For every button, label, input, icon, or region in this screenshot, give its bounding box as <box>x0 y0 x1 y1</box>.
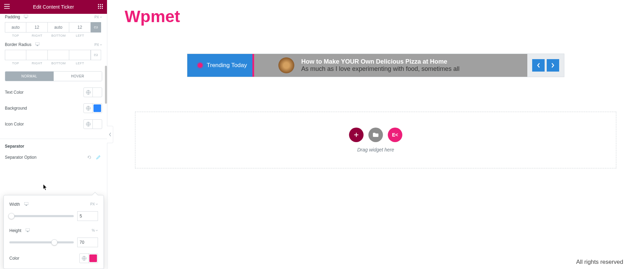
border-radius-sub-labels: TOP RIGHT BOTTOM LEFT <box>5 62 102 65</box>
width-label: Width <box>9 201 28 207</box>
scrollbar[interactable] <box>105 66 107 104</box>
separator-color-control <box>79 253 98 263</box>
ticker-prev-button[interactable] <box>532 59 545 72</box>
undo-icon[interactable] <box>86 154 93 161</box>
text-color-control <box>83 87 102 97</box>
svg-rect-16 <box>24 202 28 205</box>
svg-rect-0 <box>98 4 99 5</box>
svg-rect-8 <box>102 8 103 9</box>
background-label: Background <box>5 106 27 111</box>
border-radius-left-input[interactable] <box>69 50 91 60</box>
height-label: Height <box>9 227 30 233</box>
drop-hint: Drag widget here <box>357 147 394 152</box>
collapse-sidebar-button[interactable] <box>107 126 113 143</box>
svg-rect-9 <box>24 15 28 17</box>
svg-rect-10 <box>25 18 27 18</box>
svg-rect-12 <box>37 45 38 46</box>
svg-rect-3 <box>98 6 99 7</box>
padding-control: Padding PX <box>5 15 102 19</box>
text-color-row: Text Color <box>5 87 102 97</box>
width-slider-wrap <box>9 211 98 221</box>
width-slider-thumb[interactable] <box>8 213 15 219</box>
canvas: Wpmet Trending Today How to Make YOUR Ow… <box>107 0 644 269</box>
separator-popover: Width PX Height % Color <box>3 195 104 269</box>
icon-color-label: Icon Color <box>5 122 24 127</box>
content-ticker[interactable]: Trending Today How to Make YOUR Own Deli… <box>187 54 564 77</box>
height-slider[interactable] <box>9 241 74 243</box>
height-unit[interactable]: % <box>92 229 98 232</box>
template-library-button[interactable] <box>368 128 383 142</box>
live-dot-icon <box>198 63 203 68</box>
border-radius-label: Border Radius <box>5 42 39 47</box>
ticker-next-button[interactable] <box>547 59 559 72</box>
drop-zone[interactable]: E< Drag widget here <box>135 112 616 168</box>
desktop-icon[interactable] <box>24 201 28 207</box>
padding-bottom-input[interactable] <box>48 22 69 33</box>
border-radius-unit[interactable]: PX <box>95 43 102 47</box>
ticker-thumbnail <box>278 57 294 73</box>
separator-color-swatch[interactable] <box>89 254 97 262</box>
width-row: Width PX <box>9 201 98 207</box>
header-title: Edit Content Ticker <box>33 4 74 10</box>
icon-color-swatch[interactable] <box>93 120 102 129</box>
padding-label: Padding <box>5 15 28 19</box>
width-unit[interactable]: PX <box>90 202 98 206</box>
svg-rect-11 <box>35 43 39 45</box>
height-slider-thumb[interactable] <box>51 239 57 245</box>
edit-icon[interactable] <box>95 154 102 161</box>
border-radius-right-input[interactable] <box>26 50 48 60</box>
ticker-text: How to Make YOUR Own Delicious Pizza at … <box>301 58 459 73</box>
padding-right-input[interactable] <box>26 22 48 33</box>
background-row: Background <box>5 103 102 113</box>
tab-hover[interactable]: HOVER <box>54 72 102 81</box>
tab-normal[interactable]: NORMAL <box>5 72 54 81</box>
separator-option-label: Separator Option <box>5 155 36 160</box>
height-row: Height % <box>9 227 98 233</box>
state-tabs: NORMAL HOVER <box>5 71 102 81</box>
ticker-badge: Trending Today <box>187 54 252 77</box>
border-radius-bottom-input[interactable] <box>48 50 69 60</box>
svg-rect-2 <box>102 4 103 5</box>
background-swatch[interactable] <box>93 104 101 112</box>
svg-rect-7 <box>100 8 101 9</box>
globe-icon[interactable] <box>84 104 93 113</box>
separator-option-row: Separator Option <box>5 154 102 161</box>
icon-color-control <box>83 119 102 129</box>
icon-color-row: Icon Color <box>5 119 102 129</box>
desktop-icon[interactable] <box>24 15 28 19</box>
background-control <box>83 103 102 113</box>
hamburger-icon[interactable] <box>4 4 10 10</box>
badge-text: Trending Today <box>207 62 247 69</box>
padding-left-input[interactable] <box>69 22 91 33</box>
desktop-icon[interactable] <box>26 227 30 233</box>
padding-unit[interactable]: PX <box>95 15 102 19</box>
ticker-body: How to Make YOUR Own Delicious Pizza at … <box>254 54 527 77</box>
text-color-swatch[interactable] <box>93 88 102 97</box>
svg-rect-5 <box>102 6 103 7</box>
sidebar-header: Edit Content Ticker <box>0 0 107 14</box>
border-radius-top-input[interactable] <box>5 50 26 60</box>
padding-sub-labels: TOP RIGHT BOTTOM LEFT <box>5 34 102 37</box>
border-radius-control: Border Radius PX <box>5 42 102 47</box>
ticker-subtitle: As much as I love experimenting with foo… <box>301 65 459 73</box>
globe-icon[interactable] <box>80 254 89 263</box>
globe-icon[interactable] <box>84 120 93 129</box>
border-radius-inputs <box>5 50 102 60</box>
desktop-icon[interactable] <box>35 42 39 47</box>
height-input[interactable] <box>77 238 98 247</box>
add-section-button[interactable] <box>349 128 364 142</box>
footer-text: All rights reserved <box>576 259 623 266</box>
brand-title: Wpmet <box>125 7 627 26</box>
padding-top-input[interactable] <box>5 22 26 33</box>
padding-link-button[interactable] <box>91 22 101 33</box>
apps-icon[interactable] <box>98 4 103 10</box>
width-slider[interactable] <box>9 215 74 217</box>
ticker-title: How to Make YOUR Own Delicious Pizza at … <box>301 58 459 65</box>
drop-actions: E< <box>349 128 402 142</box>
border-radius-link-button[interactable] <box>91 50 101 60</box>
svg-rect-6 <box>98 8 99 9</box>
width-input[interactable] <box>77 211 98 221</box>
globe-icon[interactable] <box>84 88 93 97</box>
elementskit-button[interactable]: E< <box>388 128 402 142</box>
svg-rect-17 <box>26 205 27 206</box>
